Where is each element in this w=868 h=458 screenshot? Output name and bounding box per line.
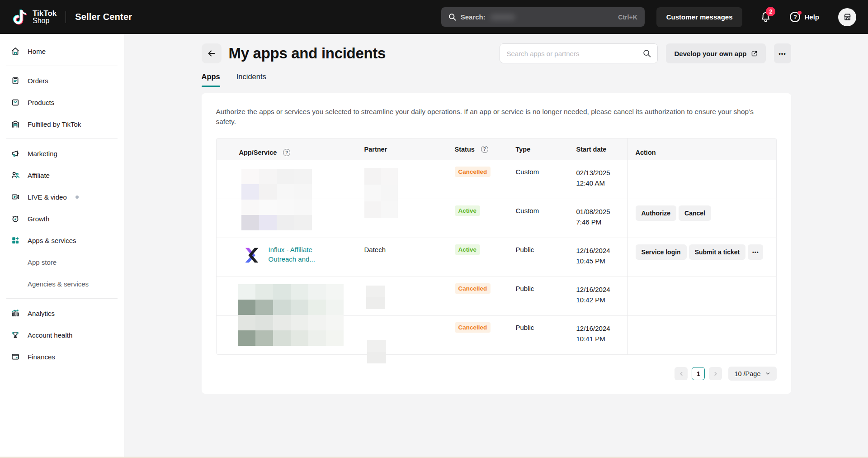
home-icon <box>11 47 20 56</box>
sidebar-item-label: Affiliate <box>28 172 50 179</box>
page-more-button[interactable]: ••• <box>774 43 791 63</box>
sidebar-item-products[interactable]: Products <box>0 91 124 113</box>
sidebar-item-label: App store <box>28 258 57 266</box>
col-status: Status <box>455 146 475 153</box>
orders-icon <box>11 76 20 85</box>
row-more-button[interactable]: ••• <box>748 244 763 260</box>
search-icon[interactable] <box>643 49 651 57</box>
sidebar-nav: HomeOrdersProductsFulfilled by TikTokMar… <box>0 34 124 458</box>
marketing-icon <box>11 149 20 158</box>
cell-action <box>627 316 776 354</box>
col-type: Type <box>516 146 576 153</box>
cell-status: Cancelled <box>455 316 516 354</box>
sidebar-item-live-video[interactable]: LIVE & video <box>0 186 124 208</box>
sidebar-item-agencies-services[interactable]: Agencies & services <box>0 273 124 295</box>
sidebar-item-finances[interactable]: Finances <box>0 346 124 367</box>
redacted-search-query <box>490 14 515 20</box>
cell-type: Public <box>516 238 576 277</box>
tab-incidents[interactable]: Incidents <box>236 72 266 87</box>
cell-start-date: 12/16/202410:41 PM <box>576 316 627 354</box>
sidebar-item-account-health[interactable]: Account health <box>0 324 124 346</box>
status-help-icon[interactable]: ? <box>481 146 488 153</box>
sidebar-item-label: Fulfilled by TikTok <box>28 120 81 128</box>
cell-status: Active <box>455 199 516 238</box>
sidebar-item-home[interactable]: Home <box>0 40 124 62</box>
sidebar-item-growth[interactable]: Growth <box>0 208 124 229</box>
status-badge: Cancelled <box>455 167 491 177</box>
next-page-button[interactable] <box>709 367 722 380</box>
main-content: My apps and incidents Develop your own a… <box>124 34 868 458</box>
sidebar-item-apps-services[interactable]: Apps & services <box>0 229 124 251</box>
prev-page-button[interactable] <box>675 367 688 380</box>
cell-type: Custom <box>516 199 576 238</box>
pagination: 1 10 /Page <box>216 367 777 381</box>
cell-action <box>627 160 776 199</box>
customer-messages-button[interactable]: Customer messages <box>656 7 743 27</box>
sidebar-item-label: Marketing <box>28 150 57 157</box>
develop-your-own-app-button[interactable]: Develop your own app <box>666 43 765 63</box>
sidebar-divider <box>6 138 118 139</box>
page-size-select[interactable]: 10 /Page <box>728 367 776 381</box>
sidebar-item-label: LIVE & video <box>28 193 67 201</box>
apps-search-input[interactable] <box>506 50 638 57</box>
storefront-icon <box>843 12 852 22</box>
sidebar-item-marketing[interactable]: Marketing <box>0 143 124 164</box>
apps-services-icon <box>11 236 20 245</box>
search-shortcut: Ctrl+K <box>618 14 637 21</box>
help-alert-dot <box>798 11 802 14</box>
app-service-help-icon[interactable]: ? <box>283 149 290 156</box>
page-number-button[interactable]: 1 <box>692 367 705 380</box>
analytics-icon <box>11 309 20 318</box>
notifications-button[interactable]: 2 <box>760 11 772 23</box>
tiktok-shop-logo[interactable]: TikTok Shop <box>12 8 57 26</box>
page-title: My apps and incidents <box>229 45 386 62</box>
sidebar-divider <box>6 298 118 299</box>
sidebar-item-label: Growth <box>28 215 49 223</box>
fixed-column-divider <box>627 138 628 354</box>
cell-status: Cancelled <box>455 277 516 315</box>
seller-center-title: Seller Center <box>75 12 132 22</box>
cell-app-service: Influx - Affiliate Outreach and... <box>217 238 364 277</box>
back-button[interactable] <box>202 43 222 63</box>
sidebar-item-analytics[interactable]: Analytics <box>0 302 124 324</box>
sidebar-item-label: Home <box>28 48 46 55</box>
service-login-button[interactable]: Service login <box>636 244 687 260</box>
help-button[interactable]: ? Help <box>790 12 819 22</box>
apps-card: Authorize the apps or services you selec… <box>202 93 791 394</box>
fulfilled-by-tiktok-icon <box>11 119 20 129</box>
chevron-right-icon <box>712 371 719 377</box>
table-body: CancelledCustom02/13/202512:40 AMActiveC… <box>217 160 776 354</box>
tiktok-note-icon <box>12 8 28 26</box>
submit-a-ticket-button[interactable]: Submit a ticket <box>689 244 746 260</box>
sidebar-item-fulfilled-by-tiktok[interactable]: Fulfilled by TikTok <box>0 113 124 135</box>
apps-search-box <box>500 43 658 63</box>
affiliate-icon <box>11 171 20 180</box>
tab-bar: AppsIncidents <box>202 72 791 87</box>
sidebar-item-affiliate[interactable]: Affiliate <box>0 164 124 186</box>
account-health-icon <box>11 330 20 339</box>
app-name-link[interactable]: Influx - Affiliate Outreach and... <box>269 245 330 277</box>
cell-action <box>627 277 776 315</box>
sidebar-item-orders[interactable]: Orders <box>0 70 124 91</box>
sidebar-item-app-store[interactable]: App store <box>0 251 124 273</box>
sidebar-item-label: Account health <box>28 331 72 339</box>
redacted-app-rows-1-2 <box>241 169 312 230</box>
sidebar-item-label: Orders <box>28 77 48 85</box>
col-app-service: App/Service <box>239 149 277 156</box>
redacted-partner-rows-1-2 <box>364 168 398 218</box>
arrow-left-icon <box>207 48 217 58</box>
cancel-button[interactable]: Cancel <box>679 205 711 221</box>
tab-apps[interactable]: Apps <box>202 72 220 87</box>
finances-icon <box>11 352 20 361</box>
cell-type: Public <box>516 316 576 354</box>
cell-partner: Datech <box>364 238 455 277</box>
sidebar-item-label: Products <box>28 99 54 106</box>
search-label: Search: <box>461 13 486 21</box>
cell-start-date: 12/16/202410:42 PM <box>576 277 627 315</box>
authorize-button[interactable]: Authorize <box>636 205 677 221</box>
shop-avatar-button[interactable] <box>838 8 856 26</box>
col-action: Action <box>627 143 776 156</box>
global-search-bar[interactable]: Search: Ctrl+K <box>441 7 645 27</box>
status-badge: Active <box>455 244 481 255</box>
brand-wordmark: TikTok Shop <box>33 10 57 25</box>
